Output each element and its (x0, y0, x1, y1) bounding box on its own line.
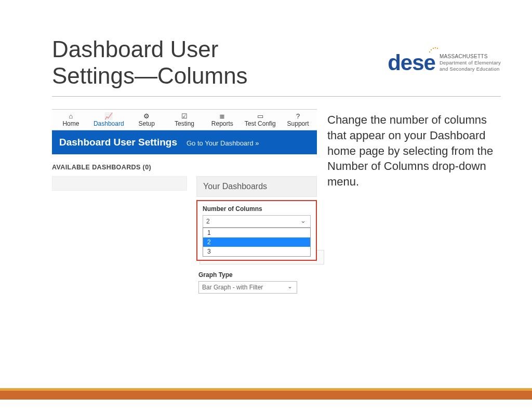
nav-label: Home (62, 120, 79, 127)
logo-subtext: MASSACHUSETTS Department of Elementary a… (440, 53, 501, 73)
nav-label: Setup (138, 120, 154, 127)
header: Dashboard User Settings—Columns dese MAS… (52, 36, 501, 97)
graph-type-select[interactable]: Bar Graph - with Filter (198, 281, 297, 294)
columns-label: Number of Columns (203, 205, 311, 213)
available-dashboards-label: AVAILABLE DASHBOARDS (0) (52, 154, 317, 176)
number-of-columns-field: Number of Columns 2 1 2 3 (196, 200, 317, 261)
banner-title: Dashboard User Settings (59, 137, 177, 148)
page-title: Dashboard User Settings—Columns (52, 36, 248, 89)
sun-icon (428, 46, 438, 54)
panel-title: Your Dashboards (196, 176, 317, 197)
home-icon: ⌂ (52, 113, 90, 120)
dese-logo: dese MASSACHUSETTS Department of Element… (388, 50, 501, 75)
nav-reports[interactable]: ≣ Reports (203, 110, 241, 130)
svg-point-3 (435, 47, 436, 48)
nav-label: Reports (211, 120, 233, 127)
columns-dropdown: 1 2 3 (203, 228, 311, 257)
nav-dashboard[interactable]: 📈 Dashboard (90, 110, 128, 130)
svg-point-4 (437, 47, 438, 48)
graph-type-field: Graph Type Bar Graph - with Filter (196, 270, 317, 294)
slide-description: Change the number of columns that appear… (327, 109, 499, 294)
page-banner: Dashboard User Settings Go to Your Dashb… (52, 130, 317, 154)
your-dashboards-panel: Your Dashboards ↓ Session Status by Subj… (196, 176, 317, 294)
chart-icon: 📈 (90, 113, 128, 120)
help-icon: ? (279, 113, 317, 120)
nav-support[interactable]: ? Support (279, 110, 317, 130)
top-nav: ⌂ Home 📈 Dashboard ⚙ Setup ☑ Testing ≣ (52, 109, 317, 130)
grid-icon: ▭ (241, 113, 279, 120)
nav-setup[interactable]: ⚙ Setup (128, 110, 166, 130)
svg-point-2 (433, 47, 434, 48)
graph-type-label: Graph Type (198, 271, 315, 279)
columns-option-3[interactable]: 3 (203, 247, 310, 256)
nav-label: Support (287, 120, 309, 127)
nav-test-config[interactable]: ▭ Test Config (241, 110, 279, 130)
nav-home[interactable]: ⌂ Home (52, 110, 90, 130)
footer-accent (0, 388, 532, 400)
nav-testing[interactable]: ☑ Testing (166, 110, 204, 130)
check-icon: ☑ (166, 113, 204, 120)
empty-available-list (52, 176, 187, 191)
nav-label: Dashboard (94, 120, 124, 127)
columns-option-1[interactable]: 1 (203, 228, 310, 237)
go-to-dashboard-link[interactable]: Go to Your Dashboard » (187, 139, 259, 147)
svg-point-0 (429, 51, 430, 52)
columns-select[interactable]: 2 (203, 215, 311, 228)
columns-option-2[interactable]: 2 (203, 237, 310, 247)
app-screenshot: ⌂ Home 📈 Dashboard ⚙ Setup ☑ Testing ≣ (52, 109, 317, 294)
svg-point-1 (431, 49, 432, 50)
logo-wordmark: dese (388, 50, 435, 75)
gear-icon: ⚙ (128, 113, 166, 120)
nav-label: Testing (175, 120, 194, 127)
list-icon: ≣ (203, 113, 241, 120)
nav-label: Test Config (245, 120, 276, 127)
